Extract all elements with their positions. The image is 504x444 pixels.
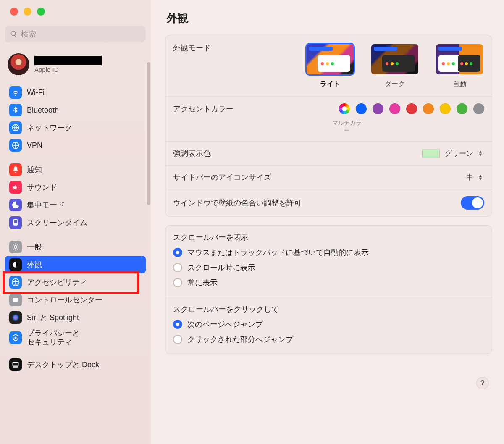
radio-option[interactable]: クリックされた部分へジャンプ	[173, 332, 484, 347]
sidebar-item-network[interactable]: ネットワーク	[5, 119, 146, 137]
accent-orange[interactable]	[423, 103, 434, 114]
radio-label: クリックされた部分へジャンプ	[187, 334, 293, 344]
sidebar-item-label: アクセシビリティ	[27, 277, 87, 287]
accessibility-icon	[9, 276, 22, 289]
controlcenter-icon	[9, 294, 22, 306]
sidebar-item-label: プライバシーと セキュリティ	[27, 329, 80, 346]
sound-icon	[9, 181, 22, 194]
search-icon	[10, 30, 18, 38]
radio-label: 常に表示	[187, 278, 218, 288]
svg-point-4	[14, 246, 17, 249]
bluetooth-icon	[9, 104, 22, 116]
highlight-color-select[interactable]: グリーン ▲▼	[422, 149, 484, 158]
sidebar-item-sound[interactable]: サウンド	[5, 179, 146, 196]
accent-red[interactable]	[406, 103, 417, 114]
sidebar-item-label: ネットワーク	[27, 123, 72, 133]
appearance-mode-dark[interactable]: ダーク	[370, 43, 420, 89]
radio-indicator	[173, 263, 182, 272]
general-icon	[9, 241, 22, 253]
radio-option[interactable]: マウスまたはトラックパッドに基づいて自動的に表示	[173, 245, 484, 260]
screentime-icon	[9, 216, 22, 229]
accent-color-options	[339, 103, 484, 114]
search-field[interactable]	[5, 26, 146, 42]
radio-option[interactable]: 常に表示	[173, 275, 484, 290]
highlight-color-swatch	[422, 149, 440, 158]
sidebar-item-desktop[interactable]: デスクトップと Dock	[5, 356, 146, 373]
svg-rect-8	[13, 298, 18, 300]
stepper-icon: ▲▼	[477, 150, 484, 156]
close-button[interactable]	[10, 8, 18, 16]
wifi-icon	[9, 86, 22, 99]
mode-label: 自動	[453, 80, 466, 89]
sidebar-item-label: スクリーンタイム	[27, 218, 87, 228]
maximize-button[interactable]	[37, 8, 45, 16]
scroll-panel: スクロールバーを表示 マウスまたはトラックパッドに基づいて自動的に表示スクロール…	[165, 225, 492, 354]
sidebar: Apple ID Wi-FiBluetoothネットワークVPN通知サウンド集中…	[0, 0, 151, 444]
scrollbar-show-title: スクロールバーを表示	[165, 226, 492, 245]
notifications-icon	[9, 163, 22, 176]
account-row[interactable]: Apple ID	[8, 53, 143, 75]
sidebar-item-label: Wi-Fi	[27, 88, 45, 97]
accent-multi[interactable]	[339, 103, 350, 114]
sidebar-item-label: サウンド	[27, 182, 57, 192]
accent-blue[interactable]	[356, 103, 367, 114]
highlight-color-label: 強調表示色	[173, 148, 211, 158]
svg-rect-12	[13, 366, 18, 368]
mode-thumb-dark	[370, 43, 420, 76]
radio-label: 次のページへジャンプ	[187, 319, 263, 329]
sidebar-nav: Wi-FiBluetoothネットワークVPN通知サウンド集中モードスクリーンタ…	[5, 84, 146, 373]
search-input[interactable]	[21, 30, 141, 39]
accent-graphite[interactable]	[473, 103, 484, 114]
radio-indicator	[173, 335, 182, 344]
vpn-icon	[9, 139, 22, 152]
mode-thumb-auto	[435, 43, 484, 76]
minimize-button[interactable]	[24, 8, 32, 16]
sidebar-item-appearance[interactable]: 外観	[5, 256, 146, 273]
avatar	[8, 53, 29, 75]
sidebar-icon-size-value: 中	[466, 173, 473, 182]
sidebar-item-controlcenter[interactable]: コントロールセンター	[5, 291, 146, 309]
svg-point-10	[12, 314, 19, 321]
appearance-mode-auto[interactable]: 自動	[435, 43, 484, 89]
sidebar-item-label: Siri と Spotlight	[27, 313, 79, 323]
appearance-panel: 外観モード ライトダーク自動 アクセントカラー マルチカラー 強調表示色 グリー…	[165, 35, 492, 217]
account-name-redacted	[34, 56, 102, 65]
sidebar-item-bluetooth[interactable]: Bluetooth	[5, 101, 146, 119]
radio-label: スクロール時に表示	[187, 263, 255, 273]
sidebar-item-label: 外観	[27, 260, 42, 270]
accent-caption: マルチカラー	[331, 119, 363, 134]
sidebar-item-accessibility[interactable]: アクセシビリティ	[5, 273, 146, 291]
sidebar-item-wifi[interactable]: Wi-Fi	[5, 84, 146, 101]
window-controls	[5, 8, 146, 16]
accent-yellow[interactable]	[440, 103, 451, 114]
sidebar-icon-size-select[interactable]: 中 ▲▼	[466, 173, 484, 182]
accent-pink[interactable]	[389, 103, 400, 114]
radio-label: マウスまたはトラックパッドに基づいて自動的に表示	[187, 247, 369, 257]
sidebar-item-siri[interactable]: Siri と Spotlight	[5, 309, 146, 326]
svg-point-7	[15, 280, 16, 281]
radio-option[interactable]: スクロール時に表示	[173, 260, 484, 275]
highlight-color-value: グリーン	[445, 149, 473, 158]
appearance-mode-light[interactable]: ライト	[305, 43, 355, 89]
sidebar-item-notifications[interactable]: 通知	[5, 161, 146, 179]
sidebar-item-focus[interactable]: 集中モード	[5, 196, 146, 214]
stepper-icon: ▲▼	[477, 174, 484, 180]
appearance-mode-label: 外観モード	[173, 43, 211, 53]
sidebar-scrollbar[interactable]	[147, 62, 150, 205]
sidebar-item-privacy[interactable]: プライバシーと セキュリティ	[5, 326, 146, 349]
sidebar-item-vpn[interactable]: VPN	[5, 137, 146, 154]
sidebar-item-label: 通知	[27, 165, 42, 175]
accent-purple[interactable]	[373, 103, 383, 114]
sidebar-item-general[interactable]: 一般	[5, 238, 146, 256]
scrollbar-show-options: マウスまたはトラックパッドに基づいて自動的に表示スクロール時に表示常に表示	[165, 245, 492, 297]
radio-option[interactable]: 次のページへジャンプ	[173, 317, 484, 332]
accent-green[interactable]	[457, 103, 467, 114]
wallpaper-tint-toggle[interactable]	[461, 196, 484, 210]
help-button[interactable]: ?	[476, 377, 489, 389]
scrollbar-click-options: 次のページへジャンプクリックされた部分へジャンプ	[165, 317, 492, 354]
sidebar-item-screentime[interactable]: スクリーンタイム	[5, 214, 146, 231]
radio-indicator	[173, 278, 182, 287]
sidebar-item-label: コントロールセンター	[27, 295, 102, 305]
siri-icon	[9, 311, 22, 324]
network-icon	[9, 121, 22, 134]
